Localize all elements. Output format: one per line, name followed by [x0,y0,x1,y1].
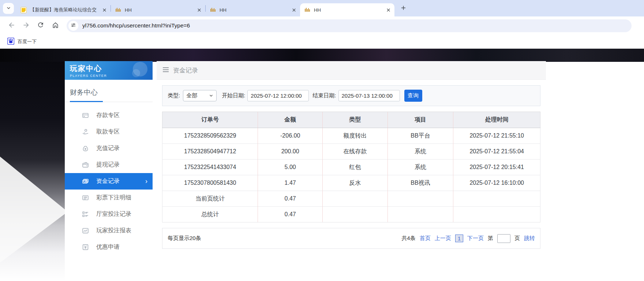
ticket-list-icon [82,194,89,201]
browser-tab-4[interactable]: HH [300,3,394,16]
start-date-input[interactable] [247,90,309,101]
tab-close-icon[interactable] [101,7,108,13]
column-header: 类型 [322,112,387,128]
table-cell: 系统 [387,160,453,175]
sidebar-item-8[interactable]: 玩家投注报表 [65,222,153,239]
wallet-icon [82,161,89,168]
sidebar-item-label: 优惠申请 [96,243,120,251]
end-date-input[interactable] [338,90,400,101]
type-select[interactable]: 全部 [183,90,217,101]
table-cell: 总统计 [162,207,258,222]
table-cell: 2025-07-12 20:15:41 [453,160,540,175]
tab-title: HH [314,7,385,13]
sidebar-item-5[interactable]: 资金记录› [65,173,153,190]
first-page-link[interactable]: 首页 [420,235,431,242]
sidebar-item-4[interactable]: 提现记录 [65,157,153,173]
forward-button[interactable] [20,19,32,32]
sidebar-item-label: 取款专区 [96,128,120,136]
tune-sliders-icon [71,22,76,29]
bank-card-icon [82,112,89,119]
report-chart-icon [82,227,89,234]
hh-gold-favicon-icon [115,7,121,13]
table-cell: 1.47 [258,175,323,191]
home-button[interactable] [49,19,61,32]
bookmarks-bar: 百度一下 [0,35,644,49]
table-cell: 额度转出 [322,128,387,144]
sidebar-item-6[interactable]: 彩票下注明细 [65,190,153,206]
table-row: 总统计0.47 [162,207,540,222]
main-panel: 资金记录 类型: 全部 开始日期: 结束日期: 查询 订单号金额类型项目处理时间… [157,61,546,281]
table-header-row: 订单号金额类型项目处理时间 [162,112,540,128]
address-bar[interactable]: yl756.com/hhcp/usercenter.html?iniType=6 [67,19,632,32]
sidebar-menu: 存款专区取款专区充值记录提现记录资金记录›彩票下注明细厅室投注记录玩家投注报表优… [65,102,153,255]
reload-icon [37,21,44,30]
tab-close-icon[interactable] [385,7,392,13]
sidebar-item-label: 厅室投注记录 [96,210,131,218]
browser-tab-1[interactable]: 【新提醒】海燕策略论坛综合交 [16,3,111,16]
table-cell: BB视讯 [387,175,453,191]
browser-tab-3[interactable]: HH [206,3,300,16]
hall-list-icon [82,211,89,218]
table-cell [322,207,387,222]
sidebar-item-9[interactable]: 优惠申请 [65,239,153,255]
table-cell: 5.00 [258,160,323,175]
sidebar-item-7[interactable]: 厅室投注记录 [65,206,153,222]
table-cell: 系统 [387,144,453,160]
table-cell: 反水 [322,175,387,191]
main-header: 资金记录 [157,61,546,80]
home-icon [52,21,59,30]
table-cell: BB平台 [387,128,453,144]
jump-link[interactable]: 跳转 [524,235,535,242]
sidebar-item-3[interactable]: 充值记录 [65,140,153,157]
table-cell: 0.47 [258,207,323,222]
forward-arrow-icon [22,21,30,30]
tab-strip: 【新提醒】海燕策略论坛综合交HHHHHH [0,0,644,16]
money-bag-icon [82,145,89,152]
plus-icon [400,4,407,13]
hh-gold-favicon-icon [304,7,311,13]
page-jump-suffix: 页 [514,235,520,242]
page-jump-input[interactable] [497,234,510,243]
table-cell: 当前页统计 [162,191,258,207]
table-cell: 1752328509562329 [162,128,258,144]
background-dark-band [0,49,644,62]
start-date-label: 开始日期: [222,92,245,99]
url-text[interactable]: yl756.com/hhcp/usercenter.html?iniType=6 [82,22,190,29]
site-settings-button[interactable] [68,21,78,31]
prev-page-link[interactable]: 上一页 [435,235,451,242]
sidebar-item-1[interactable]: 存款专区 [65,107,153,124]
tab-close-icon[interactable] [291,7,297,13]
column-header: 金额 [258,112,323,128]
sidebar-item-2[interactable]: 取款专区 [65,124,153,140]
table-row: 1752328504947712200.00在线存款系统2025-07-12 2… [162,144,540,160]
sidebar-item-label: 彩票下注明细 [96,194,131,202]
tab-search-button[interactable] [3,3,14,14]
hand-money-icon [82,128,89,135]
page-jump-prefix: 第 [488,235,493,242]
back-button[interactable] [5,19,18,32]
funds-table: 订单号金额类型项目处理时间 1752328509562329-206.00额度转… [162,112,540,222]
bookmark-label: 百度一下 [18,38,37,45]
page-title: 资金记录 [173,66,198,75]
table-cell: 2025-07-12 21:55:04 [453,144,540,160]
reload-button[interactable] [34,19,47,32]
per-page-label: 每页显示20条 [168,235,201,242]
table-cell [322,191,387,207]
tab-title: HH [220,7,291,13]
type-select-value: 全部 [186,92,197,99]
browser-toolbar: yl756.com/hhcp/usercenter.html?iniType=6 [0,16,644,35]
table-cell [453,191,540,207]
cash-notes-icon [82,178,89,185]
tab-close-icon[interactable] [196,7,202,13]
column-header: 处理时间 [453,112,540,128]
circle-decoration [132,69,140,77]
new-tab-button[interactable] [398,3,408,14]
sidebar-item-label: 存款专区 [96,112,120,119]
next-page-link[interactable]: 下一页 [467,235,484,242]
search-button[interactable]: 查询 [404,90,422,102]
sidebar-item-label: 玩家投注报表 [96,227,131,235]
bookmark-baidu[interactable]: 百度一下 [4,37,40,47]
pagination-controls: 共4条 首页 上一页 1 下一页 第 页 跳转 [401,234,535,243]
browser-tab-2[interactable]: HH [111,3,205,16]
finance-section-heading: 财务中心 [65,80,153,102]
